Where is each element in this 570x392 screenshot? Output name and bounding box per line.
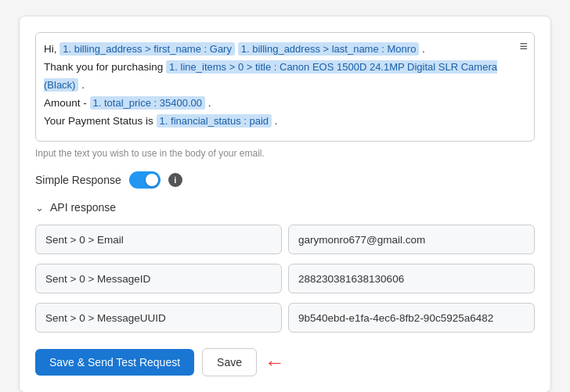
save-button[interactable]: Save xyxy=(202,348,257,376)
chevron-down-icon: ⌄ xyxy=(35,202,44,214)
save-send-button[interactable]: Save & Send Test Request xyxy=(35,349,194,376)
response-value: 288230381638130606 xyxy=(288,264,535,293)
email-tag: 1. line_items > 0 > title : Canon EOS 15… xyxy=(44,60,497,92)
api-response-header[interactable]: ⌄ API response xyxy=(35,201,535,214)
menu-icon: ≡ xyxy=(519,38,528,54)
response-value: garymonro677@gmail.com xyxy=(288,225,535,254)
email-body-content: Hi, 1. billing_address > first_name : Ga… xyxy=(44,41,506,131)
response-row: Sent > 0 > Emailgarymonro677@gmail.com xyxy=(35,225,535,254)
email-tag: 1. billing_address > last_name : Monro xyxy=(238,42,420,56)
simple-response-row: Simple Response i xyxy=(35,171,535,189)
api-rows-container: Sent > 0 > Emailgarymonro677@gmail.comSe… xyxy=(35,225,535,333)
email-body-area: ≡ Hi, 1. billing_address > first_name : … xyxy=(35,32,535,142)
response-row: Sent > 0 > MessageID288230381638130606 xyxy=(35,264,535,293)
response-key: Sent > 0 > Email xyxy=(35,225,282,254)
response-row: Sent > 0 > MessageUUID9b540ebd-e1fa-4ec6… xyxy=(35,303,535,333)
email-tag: 1. total_price : 35400.00 xyxy=(90,96,206,110)
simple-response-label: Simple Response xyxy=(35,174,121,186)
email-tag: 1. financial_status : paid xyxy=(157,114,272,128)
toggle-track xyxy=(129,171,161,189)
response-key: Sent > 0 > MessageUUID xyxy=(35,303,282,333)
arrow-left-icon: ← xyxy=(265,351,285,375)
toggle-thumb xyxy=(146,174,158,186)
arrow-indicator: ← xyxy=(265,351,285,375)
menu-button[interactable]: ≡ xyxy=(519,39,528,53)
email-tag: 1. billing_address > first_name : Gary xyxy=(60,42,235,56)
info-icon[interactable]: i xyxy=(168,173,182,187)
response-value: 9b540ebd-e1fa-4ec6-8fb2-90c5925a6482 xyxy=(288,303,535,333)
simple-response-toggle[interactable] xyxy=(129,171,161,189)
info-symbol: i xyxy=(174,175,176,185)
response-key: Sent > 0 > MessageID xyxy=(35,264,282,293)
main-card: ≡ Hi, 1. billing_address > first_name : … xyxy=(19,16,551,392)
footer-row: Save & Send Test Request Save ← xyxy=(35,348,535,376)
email-body-hint: Input the text you wish to use in the bo… xyxy=(35,148,535,159)
api-response-label: API response xyxy=(50,201,116,214)
